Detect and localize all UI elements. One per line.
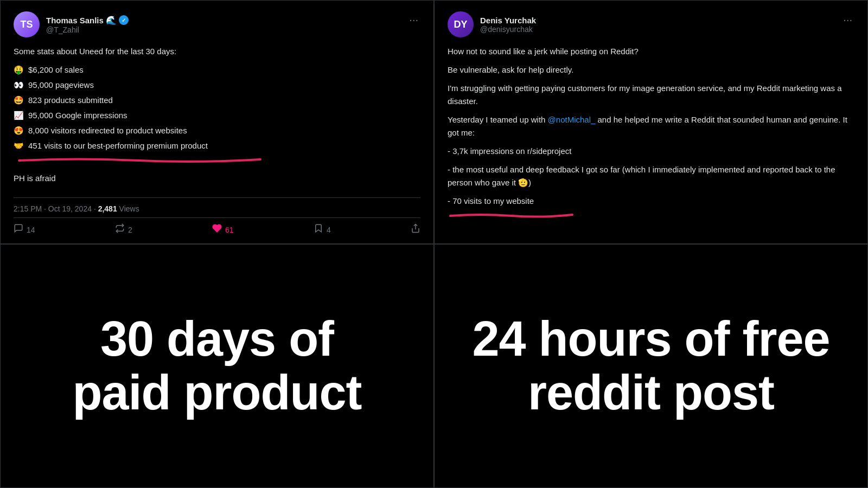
stat-products: 🤩 823 products submitted [14, 94, 420, 107]
right-line-5: - 3,7k impressions on r/sideproject [448, 145, 854, 158]
left-coda: PH is afraid [14, 172, 420, 185]
left-tweet-content: Some stats about Uneed for the last 30 d… [14, 45, 420, 192]
heart-icon [212, 223, 222, 236]
right-line-6: - the most useful and deep feedback I go… [448, 163, 854, 189]
left-user-info: Thomas Sanlis 🌊 ✓ @T_Zahil [46, 15, 129, 34]
right-tweet-header: DY Denis Yurchak @denisyurchak ··· [448, 11, 854, 37]
stat-visits: 🤝 451 visits to our best-performing prem… [14, 139, 420, 152]
right-tweet-panel: DY Denis Yurchak @denisyurchak ··· How n… [434, 0, 868, 244]
right-tweet-content: How not to sound like a jerk while posti… [448, 45, 854, 243]
bottom-left-text: 30 days of paid product [40, 301, 394, 431]
left-user-emoji: 🌊 [106, 15, 117, 25]
bookmark-count: 4 [327, 226, 331, 234]
stat-emoji-2: 👀 [14, 79, 24, 92]
stat-pageviews: 👀 95,000 pageviews [14, 79, 420, 92]
bottom-left-line1: 30 days of [100, 312, 334, 366]
stat-emoji-3: 🤩 [14, 94, 24, 107]
bottom-right-text: 24 hours of free reddit post [439, 301, 862, 431]
meta-date: Oct 19, 2024 [48, 204, 92, 213]
right-line-1: How not to sound like a jerk while posti… [448, 45, 854, 58]
share-icon [411, 223, 420, 236]
meta-views-label: Views [119, 204, 139, 213]
left-display-name: Thomas Sanlis [46, 16, 104, 25]
red-underline-left [14, 155, 420, 168]
left-stats-list: 🤑 $6,200 of sales 👀 95,000 pageviews 🤩 8… [14, 63, 420, 152]
like-action[interactable]: 61 [212, 223, 234, 236]
stat-emoji-6: 🤝 [14, 139, 24, 152]
retweet-count: 2 [128, 226, 132, 234]
stat-impressions: 📈 95,000 Google impressions [14, 109, 420, 122]
right-line-2: Be vulnerable, ask for help directly. [448, 63, 854, 76]
right-username: @denisyurchak [480, 25, 536, 34]
bottom-right-line2: reddit post [528, 365, 774, 420]
verified-icon: ✓ [119, 15, 129, 25]
bottom-left-panel: 30 days of paid product [0, 244, 434, 488]
bottom-left-line2: paid product [73, 365, 362, 420]
right-line-7: - 70 visits to my website [448, 196, 534, 206]
red-underline-right [448, 210, 575, 223]
comment-action[interactable]: 14 [14, 223, 35, 236]
left-tweet-actions: 14 2 61 4 [14, 217, 420, 243]
mention-link[interactable]: @notMichal_ [548, 115, 596, 124]
right-last-line-wrapper: - 70 visits to my website [448, 195, 575, 223]
right-line-3: I'm struggling with getting paying custo… [448, 82, 854, 108]
bookmark-action[interactable]: 4 [314, 223, 331, 236]
left-content-intro: Some stats about Uneed for the last 30 d… [14, 45, 420, 58]
like-count: 61 [225, 226, 234, 234]
comment-count: 14 [27, 226, 35, 234]
right-user-info: Denis Yurchak @denisyurchak [480, 16, 536, 34]
left-username: @T_Zahil [46, 25, 129, 34]
left-tweet-header: TS Thomas Sanlis 🌊 ✓ @T_Zahil ··· [14, 11, 420, 37]
share-action[interactable] [411, 223, 420, 236]
bookmark-icon [314, 223, 323, 236]
right-avatar: DY [448, 11, 474, 37]
bottom-right-panel: 24 hours of free reddit post [434, 244, 868, 488]
bottom-right-line1: 24 hours of free [472, 312, 829, 366]
stat-emoji-1: 🤑 [14, 63, 24, 76]
left-avatar: TS [14, 11, 40, 37]
red-underline-svg-right [448, 211, 575, 219]
meta-time: 2:15 PM [14, 204, 42, 213]
right-more-button[interactable]: ··· [841, 11, 854, 28]
comment-icon [14, 223, 23, 236]
left-tweet-panel: TS Thomas Sanlis 🌊 ✓ @T_Zahil ··· Some s… [0, 0, 434, 244]
right-line-4: Yesterday I teamed up with @notMichal_ a… [448, 113, 854, 139]
stat-visitors: 😍 8,000 visitors redirected to product w… [14, 124, 420, 137]
stat-emoji-4: 📈 [14, 109, 24, 122]
meta-views-count: 2,481 [98, 204, 117, 213]
stat-emoji-5: 😍 [14, 124, 24, 137]
left-more-button[interactable]: ··· [407, 11, 420, 28]
red-underline-svg-left [14, 156, 263, 164]
right-display-name: Denis Yurchak [480, 16, 536, 25]
retweet-action[interactable]: 2 [115, 223, 132, 236]
left-tweet-meta: 2:15 PM · Oct 19, 2024 · 2,481 Views [14, 197, 420, 217]
retweet-icon [115, 223, 125, 236]
stat-sales: 🤑 $6,200 of sales [14, 63, 420, 76]
